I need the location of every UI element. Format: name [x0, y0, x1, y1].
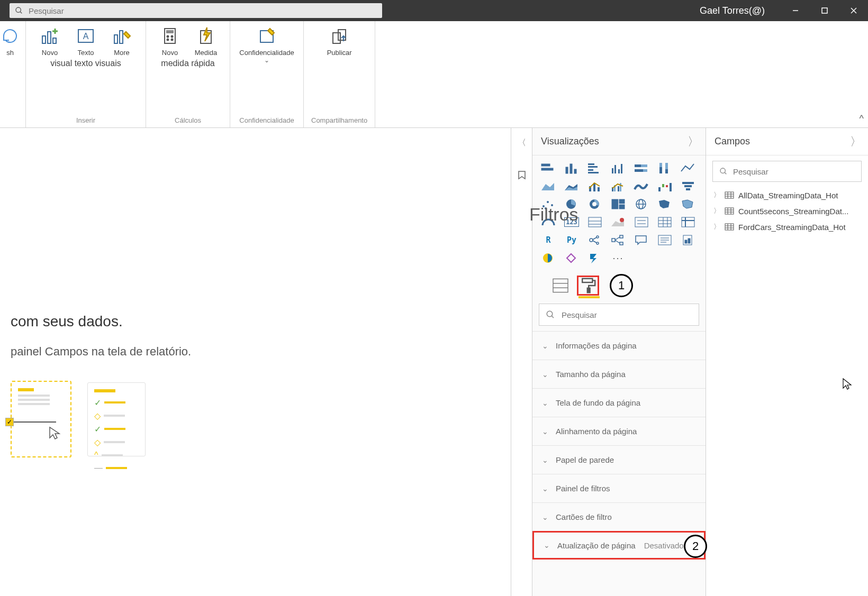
fields-search-input[interactable] [733, 167, 855, 176]
annotation-1: 1 [610, 274, 633, 297]
ribbon-publish-button[interactable]: Publicar [323, 25, 356, 57]
viz-slicer[interactable] [632, 215, 651, 230]
window-minimize-button[interactable] [781, 0, 810, 21]
viz-clustered-column[interactable] [609, 161, 628, 176]
ribbon-collapse-button[interactable]: ^ [860, 113, 864, 124]
viz-matrix[interactable] [679, 215, 698, 230]
fields-search[interactable] [712, 161, 862, 182]
viz-smart-narrative[interactable] [655, 233, 674, 247]
viz-decomposition-tree[interactable] [609, 233, 628, 247]
bookmark-icon[interactable] [517, 170, 527, 180]
viz-card[interactable]: 123 [562, 215, 581, 230]
viz-arcgis[interactable] [539, 251, 558, 265]
viz-scatter[interactable] [539, 197, 558, 212]
field-table-label: Count5secons_StreamingDat... [738, 207, 848, 216]
chevron-right-icon[interactable]: 〉 [688, 134, 699, 150]
format-tab-button[interactable] [577, 276, 599, 296]
title-search[interactable] [10, 3, 382, 18]
viz-waterfall[interactable] [655, 179, 674, 194]
svg-rect-115 [725, 192, 734, 198]
viz-kpi[interactable] [609, 215, 628, 230]
viz-paginated-report[interactable] [679, 233, 698, 247]
viz-stacked-bar[interactable] [539, 161, 558, 176]
format-section[interactable]: ⌄Tamanho da página [532, 360, 706, 388]
viz-table[interactable] [655, 215, 674, 230]
viz-clustered-bar[interactable] [585, 161, 604, 176]
ribbon-more-visuals-button[interactable]: More [105, 25, 138, 57]
viz-shape-map[interactable] [679, 197, 698, 212]
chevron-right-icon[interactable]: 〉 [850, 134, 862, 150]
chevron-right-icon: 〉 [713, 190, 720, 200]
field-table-label: AllData_StreamingData_Hot [738, 191, 838, 200]
svg-text:A: A [83, 32, 89, 41]
format-section[interactable]: ⌄Papel de parede [532, 445, 706, 474]
field-table-item[interactable]: 〉AllData_StreamingData_Hot [706, 187, 868, 203]
viz-area[interactable] [539, 179, 558, 194]
viz-multirow-card[interactable] [585, 215, 604, 230]
field-table-item[interactable]: 〉Count5secons_StreamingDat... [706, 203, 868, 219]
viz-100-stacked-bar[interactable] [632, 161, 651, 176]
viz-line[interactable] [679, 161, 698, 176]
format-search[interactable] [539, 304, 699, 326]
format-section[interactable]: ⌄Informações da página [532, 331, 706, 360]
format-section[interactable]: ⌄Painel de filtros [532, 474, 706, 502]
ribbon-quick-measure-button[interactable]: Medida [189, 25, 222, 57]
viz-stacked-area[interactable] [562, 179, 581, 194]
svg-rect-37 [621, 164, 622, 173]
viz-donut[interactable] [585, 197, 604, 212]
viz-pie[interactable] [562, 197, 581, 212]
viz-line-clustered-column[interactable] [609, 179, 628, 194]
viz-funnel[interactable] [679, 179, 698, 194]
viz-more[interactable]: ··· [609, 251, 628, 265]
report-canvas[interactable]: com seus dados. painel Campos na tela de… [0, 128, 511, 596]
ribbon-refresh-button[interactable]: sh [2, 25, 18, 57]
format-section[interactable]: ⌄Tela de fundo da página [532, 388, 706, 417]
viz-ribbon[interactable] [632, 179, 651, 194]
ribbon-insert-group-label: Inserir [76, 111, 95, 124]
viz-line-stacked-column[interactable] [585, 179, 604, 194]
field-table-item[interactable]: 〉FordCars_StreamingData_Hot [706, 219, 868, 235]
ribbon-sensitivity-button[interactable]: Confidencialidade ⌄ [238, 25, 296, 64]
paint-roller-icon [578, 276, 598, 295]
viz-stacked-column[interactable] [562, 161, 581, 176]
viz-gauge[interactable] [539, 215, 558, 230]
fields-tab-button[interactable] [549, 276, 572, 296]
viz-filled-map[interactable] [655, 197, 674, 212]
svg-point-63 [545, 207, 547, 209]
viz-power-apps[interactable] [562, 251, 581, 265]
viz-map[interactable] [632, 197, 651, 212]
viz-r-script[interactable]: R [539, 233, 558, 247]
window-maximize-button[interactable] [810, 0, 839, 21]
svg-rect-27 [566, 167, 568, 173]
format-search-input[interactable] [562, 310, 692, 319]
svg-rect-69 [619, 204, 625, 209]
ribbon-text-box-button[interactable]: A Texto [69, 25, 102, 57]
viz-key-influencers[interactable] [585, 233, 604, 247]
viz-power-automate[interactable] [585, 251, 604, 265]
ribbon-new-measure-button[interactable]: Novo [153, 25, 186, 57]
fields-title: Campos [715, 136, 750, 147]
viz-treemap[interactable] [609, 197, 628, 212]
svg-rect-36 [618, 169, 620, 173]
format-section[interactable]: ⌄Cartões de filtro [532, 502, 706, 531]
format-section[interactable]: ⌄Alinhamento da página [532, 417, 706, 445]
ribbon-quick-measure-label: Medida [195, 49, 218, 57]
quick-measure-icon [195, 25, 216, 47]
svg-rect-43 [659, 163, 662, 167]
viz-qa[interactable] [632, 233, 651, 247]
svg-rect-28 [570, 164, 572, 173]
chevron-left-icon[interactable]: 〈 [518, 137, 526, 149]
viz-python[interactable]: Py [562, 233, 581, 247]
format-section-page-refresh[interactable]: ⌄ Atualização de página Desativado 2 [532, 531, 706, 560]
svg-rect-56 [670, 183, 672, 191]
svg-rect-34 [612, 168, 613, 173]
text-box-icon: A [75, 25, 96, 47]
ribbon-new-visual-button[interactable]: Novo [33, 25, 66, 57]
window-close-button[interactable] [839, 0, 868, 21]
viz-100-stacked-column[interactable] [655, 161, 674, 176]
user-name[interactable]: Gael Torres(@) [700, 5, 765, 16]
search-icon [719, 167, 728, 176]
title-search-input[interactable] [29, 6, 382, 15]
filters-pane-collapsed[interactable]: 〈 [511, 128, 532, 596]
ribbon-share-group-label: Compartilhamento [311, 111, 367, 124]
